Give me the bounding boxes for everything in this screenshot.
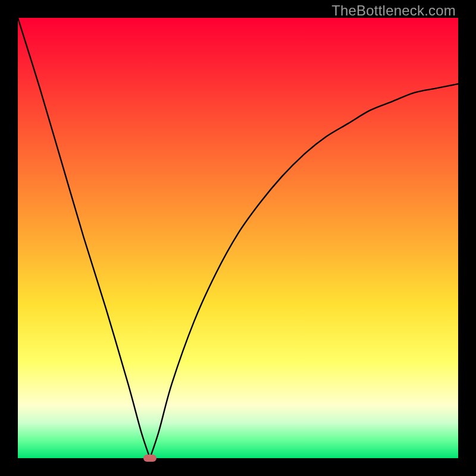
optimal-point-marker: [143, 455, 156, 462]
watermark-text: TheBottleneck.com: [331, 2, 456, 19]
bottleneck-curve: [18, 18, 458, 458]
chart-frame: TheBottleneck.com: [0, 0, 476, 476]
curve-path: [18, 18, 458, 458]
plot-area: [18, 18, 458, 458]
